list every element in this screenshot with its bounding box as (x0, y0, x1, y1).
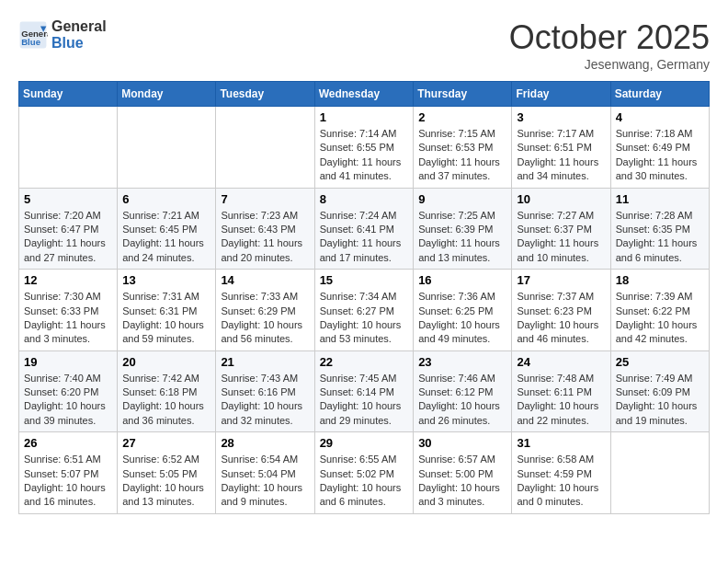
calendar-cell (216, 107, 314, 189)
day-info: Sunrise: 7:42 AMSunset: 6:18 PMDaylight:… (122, 372, 210, 429)
calendar-cell: 6Sunrise: 7:21 AMSunset: 6:45 PMDaylight… (118, 188, 216, 270)
calendar-cell: 17Sunrise: 7:37 AMSunset: 6:23 PMDayligh… (512, 270, 610, 351)
day-info: Sunrise: 7:36 AMSunset: 6:25 PMDaylight:… (418, 290, 506, 347)
calendar-cell: 31Sunrise: 6:58 AMSunset: 4:59 PMDayligh… (512, 432, 610, 514)
calendar-cell: 5Sunrise: 7:20 AMSunset: 6:47 PMDaylight… (19, 188, 118, 270)
day-number: 22 (320, 355, 409, 369)
calendar-cell: 29Sunrise: 6:55 AMSunset: 5:02 PMDayligh… (314, 432, 414, 514)
calendar-cell: 24Sunrise: 7:48 AMSunset: 6:11 PMDayligh… (512, 350, 610, 432)
calendar-cell: 23Sunrise: 7:46 AMSunset: 6:12 PMDayligh… (414, 350, 512, 432)
day-info: Sunrise: 7:39 AMSunset: 6:22 PMDaylight:… (616, 290, 704, 347)
day-number: 6 (122, 192, 210, 206)
day-info: Sunrise: 6:51 AMSunset: 5:07 PMDaylight:… (24, 453, 112, 510)
day-info: Sunrise: 7:34 AMSunset: 6:27 PMDaylight:… (320, 290, 409, 347)
day-info: Sunrise: 7:21 AMSunset: 6:45 PMDaylight:… (122, 209, 210, 266)
day-info: Sunrise: 7:20 AMSunset: 6:47 PMDaylight:… (24, 209, 112, 266)
day-info: Sunrise: 6:52 AMSunset: 5:05 PMDaylight:… (122, 453, 210, 510)
day-number: 12 (24, 273, 112, 287)
calendar-cell: 13Sunrise: 7:31 AMSunset: 6:31 PMDayligh… (118, 270, 216, 351)
calendar-cell: 27Sunrise: 6:52 AMSunset: 5:05 PMDayligh… (118, 432, 216, 514)
calendar-cell (19, 107, 118, 189)
weekday-header-friday: Friday (512, 82, 610, 107)
day-number: 4 (616, 110, 704, 124)
calendar-cell: 2Sunrise: 7:15 AMSunset: 6:53 PMDaylight… (414, 107, 512, 189)
day-number: 11 (616, 192, 704, 206)
calendar-cell: 8Sunrise: 7:24 AMSunset: 6:41 PMDaylight… (314, 188, 414, 270)
day-info: Sunrise: 7:28 AMSunset: 6:35 PMDaylight:… (616, 209, 704, 266)
day-info: Sunrise: 7:17 AMSunset: 6:51 PMDaylight:… (517, 127, 605, 184)
day-info: Sunrise: 7:15 AMSunset: 6:53 PMDaylight:… (418, 127, 506, 184)
logo-text-general: General (51, 18, 107, 35)
title-block: October 2025 Jesenwang, Germany (509, 18, 710, 72)
calendar-cell: 22Sunrise: 7:45 AMSunset: 6:14 PMDayligh… (314, 350, 414, 432)
day-number: 21 (221, 355, 309, 369)
day-number: 27 (122, 436, 210, 450)
day-info: Sunrise: 7:45 AMSunset: 6:14 PMDaylight:… (320, 372, 409, 429)
day-number: 28 (221, 436, 309, 450)
logo-icon: General Blue (18, 20, 48, 50)
day-number: 9 (418, 192, 506, 206)
day-number: 13 (122, 273, 210, 287)
day-number: 14 (221, 273, 309, 287)
calendar-cell: 26Sunrise: 6:51 AMSunset: 5:07 PMDayligh… (19, 432, 118, 514)
location: Jesenwang, Germany (509, 57, 710, 72)
day-number: 18 (616, 273, 704, 287)
calendar-cell: 1Sunrise: 7:14 AMSunset: 6:55 PMDaylight… (314, 107, 414, 189)
weekday-header-saturday: Saturday (610, 82, 709, 107)
day-info: Sunrise: 7:27 AMSunset: 6:37 PMDaylight:… (517, 209, 605, 266)
day-info: Sunrise: 7:48 AMSunset: 6:11 PMDaylight:… (517, 372, 605, 429)
day-info: Sunrise: 7:30 AMSunset: 6:33 PMDaylight:… (24, 290, 112, 347)
day-info: Sunrise: 6:58 AMSunset: 4:59 PMDaylight:… (517, 453, 605, 510)
month-title: October 2025 (509, 18, 710, 57)
calendar-week-3: 12Sunrise: 7:30 AMSunset: 6:33 PMDayligh… (19, 270, 710, 351)
calendar-cell: 7Sunrise: 7:23 AMSunset: 6:43 PMDaylight… (216, 188, 314, 270)
calendar-cell: 3Sunrise: 7:17 AMSunset: 6:51 PMDaylight… (512, 107, 610, 189)
calendar-week-2: 5Sunrise: 7:20 AMSunset: 6:47 PMDaylight… (19, 188, 710, 270)
day-number: 25 (616, 355, 704, 369)
calendar-cell: 18Sunrise: 7:39 AMSunset: 6:22 PMDayligh… (610, 270, 709, 351)
day-info: Sunrise: 7:40 AMSunset: 6:20 PMDaylight:… (24, 372, 112, 429)
calendar-cell: 16Sunrise: 7:36 AMSunset: 6:25 PMDayligh… (414, 270, 512, 351)
calendar-week-4: 19Sunrise: 7:40 AMSunset: 6:20 PMDayligh… (19, 350, 710, 432)
calendar-cell: 9Sunrise: 7:25 AMSunset: 6:39 PMDaylight… (414, 188, 512, 270)
day-info: Sunrise: 6:57 AMSunset: 5:00 PMDaylight:… (418, 453, 506, 510)
day-info: Sunrise: 7:46 AMSunset: 6:12 PMDaylight:… (418, 372, 506, 429)
day-number: 3 (517, 110, 605, 124)
calendar-cell: 15Sunrise: 7:34 AMSunset: 6:27 PMDayligh… (314, 270, 414, 351)
day-info: Sunrise: 7:18 AMSunset: 6:49 PMDaylight:… (616, 127, 704, 184)
logo: General Blue General Blue (18, 18, 107, 51)
day-info: Sunrise: 6:55 AMSunset: 5:02 PMDaylight:… (320, 453, 409, 510)
svg-text:Blue: Blue (21, 37, 40, 47)
day-number: 29 (320, 436, 409, 450)
calendar-header: SundayMondayTuesdayWednesdayThursdayFrid… (19, 82, 710, 107)
logo-text-blue: Blue (51, 35, 107, 52)
weekday-header-thursday: Thursday (414, 82, 512, 107)
day-number: 19 (24, 355, 112, 369)
day-number: 10 (517, 192, 605, 206)
page-header: General Blue General Blue October 2025 J… (18, 18, 710, 72)
weekday-header-wednesday: Wednesday (314, 82, 414, 107)
calendar-week-5: 26Sunrise: 6:51 AMSunset: 5:07 PMDayligh… (19, 432, 710, 514)
day-number: 1 (320, 110, 409, 124)
calendar-cell (610, 432, 709, 514)
day-info: Sunrise: 7:25 AMSunset: 6:39 PMDaylight:… (418, 209, 506, 266)
calendar-cell: 11Sunrise: 7:28 AMSunset: 6:35 PMDayligh… (610, 188, 709, 270)
day-number: 17 (517, 273, 605, 287)
calendar-cell: 20Sunrise: 7:42 AMSunset: 6:18 PMDayligh… (118, 350, 216, 432)
day-info: Sunrise: 7:24 AMSunset: 6:41 PMDaylight:… (320, 209, 409, 266)
day-number: 8 (320, 192, 409, 206)
calendar: SundayMondayTuesdayWednesdayThursdayFrid… (18, 81, 710, 514)
day-info: Sunrise: 6:54 AMSunset: 5:04 PMDaylight:… (221, 453, 309, 510)
day-number: 5 (24, 192, 112, 206)
day-info: Sunrise: 7:14 AMSunset: 6:55 PMDaylight:… (320, 127, 409, 184)
calendar-cell: 30Sunrise: 6:57 AMSunset: 5:00 PMDayligh… (414, 432, 512, 514)
calendar-cell: 10Sunrise: 7:27 AMSunset: 6:37 PMDayligh… (512, 188, 610, 270)
day-number: 24 (517, 355, 605, 369)
day-number: 2 (418, 110, 506, 124)
day-number: 15 (320, 273, 409, 287)
calendar-cell: 4Sunrise: 7:18 AMSunset: 6:49 PMDaylight… (610, 107, 709, 189)
day-info: Sunrise: 7:49 AMSunset: 6:09 PMDaylight:… (616, 372, 704, 429)
calendar-cell: 12Sunrise: 7:30 AMSunset: 6:33 PMDayligh… (19, 270, 118, 351)
day-number: 7 (221, 192, 309, 206)
calendar-cell: 25Sunrise: 7:49 AMSunset: 6:09 PMDayligh… (610, 350, 709, 432)
